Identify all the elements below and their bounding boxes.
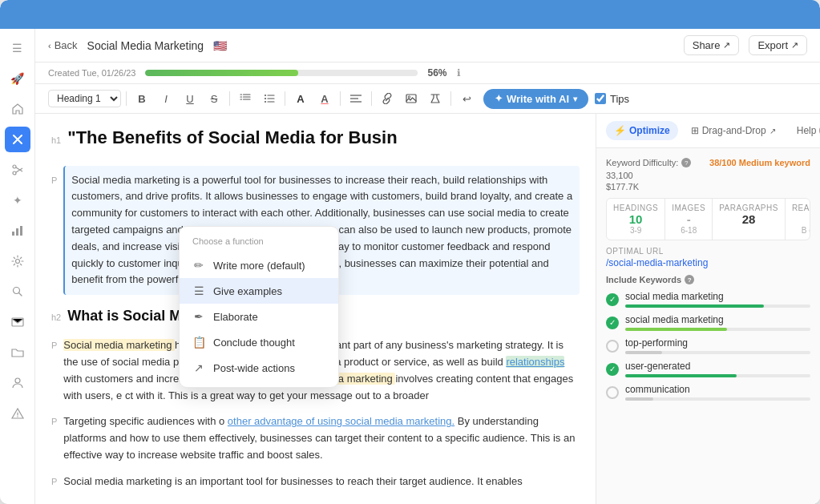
app-container: ☰ 🚀 ✦ (0, 0, 820, 504)
kd-value: 38/100 Medium keyword (709, 158, 810, 167)
underline-button[interactable]: U (180, 88, 200, 109)
optimize-label: Optimize (629, 125, 670, 136)
stat-headings-label: HEADINGS (613, 204, 658, 212)
image-button[interactable] (401, 88, 422, 109)
optimal-url-value[interactable]: /social-media-marketing (606, 257, 810, 268)
p1-label: P (51, 175, 57, 185)
tab-help[interactable]: Help ? (789, 120, 820, 141)
kw-block-1: social media marketing (625, 291, 810, 308)
p2-link-relationships[interactable]: relationships (506, 356, 564, 368)
doc-h1[interactable]: "The Benefits of Social Media for Busin (67, 127, 397, 150)
sidebar-icon-mail[interactable] (5, 309, 30, 335)
svg-point-5 (15, 260, 19, 264)
clean-format-button[interactable] (425, 88, 446, 109)
stat-images: IMAGES - 6-18 (665, 199, 713, 240)
p3-text-1: Targeting specific audiences with o (63, 415, 224, 427)
toolbar-divider-3 (285, 91, 285, 106)
sidebar-icon-chart[interactable] (5, 218, 30, 244)
write-ai-icon: ✦ (495, 93, 503, 104)
progress-row: Created Tue, 01/26/23 56% ℹ (35, 62, 820, 84)
sidebar-icon-home[interactable] (5, 96, 30, 122)
progress-info-icon[interactable]: ℹ (457, 67, 461, 79)
keywords-label-text: Include Keywords (606, 275, 681, 284)
share-button[interactable]: Share ↗ (684, 35, 740, 55)
right-panel: ⚡ Optimize ⊞ Drag-and-Drop ↗ Help ? (596, 114, 820, 504)
kw-block-2: social media marketing (625, 314, 810, 331)
toolbar: Heading 1 Heading 2 Paragraph B I U S A (35, 84, 820, 114)
keyword-item-4: ✓ user-generated (606, 361, 810, 377)
ai-menu-elaborate[interactable]: ✒ Elaborate (180, 304, 338, 329)
doc-p3[interactable]: Targeting specific audiences with o othe… (63, 413, 580, 463)
kd-info-icon: ? (681, 158, 691, 167)
right-panel-tabs: ⚡ Optimize ⊞ Drag-and-Drop ↗ Help ? (596, 114, 820, 148)
ai-menu-give-examples[interactable]: ☰ Give examples (180, 278, 338, 304)
sidebar-icon-menu[interactable]: ☰ (5, 35, 30, 61)
kw-empty-icon-3 (606, 340, 619, 353)
font-color-button[interactable]: A (290, 88, 311, 109)
strikethrough-button[interactable]: S (204, 88, 224, 109)
tips-toggle[interactable]: Tips (595, 93, 629, 105)
sidebar-icon-folder[interactable] (5, 340, 30, 365)
sidebar-icon-settings[interactable] (5, 248, 30, 274)
align-button[interactable] (345, 88, 366, 109)
tab-optimize[interactable]: ⚡ Optimize (606, 121, 678, 140)
unordered-list-button[interactable] (259, 88, 280, 109)
sidebar-icon-search[interactable] (5, 279, 30, 304)
tips-checkbox[interactable] (595, 93, 606, 104)
sidebar-icon-rocket[interactable]: 🚀 (5, 66, 30, 91)
main-layout: ☰ 🚀 ✦ (0, 29, 820, 504)
bold-button[interactable]: B (131, 88, 152, 109)
font-bg-button[interactable]: A (314, 88, 335, 109)
doc-p4[interactable]: Social media marketing is an important t… (63, 474, 522, 490)
kw-bar-fill-5 (625, 397, 653, 401)
kw-block-4: user-generated (625, 361, 810, 377)
give-examples-icon: ☰ (192, 284, 205, 297)
sidebar-icon-warning[interactable] (5, 401, 30, 426)
created-label: Created Tue, 01/26/23 (48, 68, 135, 78)
keywords-section-label: Include Keywords ? (606, 275, 810, 284)
stat-readability-value: C (792, 212, 810, 226)
sidebar-icon-user[interactable] (5, 370, 30, 396)
sidebar-icon-star[interactable]: ✦ (5, 187, 30, 213)
sidebar: ☰ 🚀 ✦ (0, 29, 35, 504)
stat-headings: HEADINGS 10 3-9 (607, 199, 665, 240)
progress-bar-fill (145, 70, 297, 76)
ordered-list-button[interactable] (235, 88, 256, 109)
p3-link[interactable]: other advantage of using social media ma… (228, 415, 454, 427)
kw-bar-fill-2 (625, 328, 727, 331)
ai-menu-write-more[interactable]: ✏ Write more (default) (180, 252, 338, 278)
heading-select[interactable]: Heading 1 Heading 2 Paragraph (48, 90, 121, 107)
h2-label: h2 (51, 312, 61, 322)
tab-drag-drop[interactable]: ⊞ Drag-and-Drop ↗ (683, 121, 784, 140)
kw-name-1: social media marketing (625, 291, 810, 302)
write-with-ai-button[interactable]: ✦ Write with AI ▾ (483, 89, 588, 109)
sidebar-icon-cross[interactable] (5, 127, 30, 152)
export-button[interactable]: Export ↗ (749, 35, 807, 55)
sidebar-icon-scissors[interactable] (5, 157, 30, 183)
top-bar (0, 0, 820, 29)
ai-menu-conclude[interactable]: 📋 Conclude thought (180, 329, 338, 355)
italic-button[interactable]: I (156, 88, 176, 109)
doc-body-layout: h1 "The Benefits of Social Media for Bus… (35, 114, 820, 504)
keyword-item-2: ✓ social media marketing (606, 314, 810, 331)
h1-container: h1 "The Benefits of Social Media for Bus… (51, 127, 580, 158)
write-more-label: Write more (default) (213, 260, 305, 272)
link-button[interactable] (377, 88, 398, 109)
back-button[interactable]: ‹ Back (48, 39, 78, 51)
p2-text-sm1: Social media marketing (63, 339, 175, 351)
kw-bar-fill-3 (625, 351, 662, 354)
kw-bar-fill-4 (625, 374, 737, 377)
doc-title: Social Media Marketing (87, 39, 204, 52)
svg-point-9 (17, 416, 18, 417)
h1-label: h1 (51, 135, 61, 145)
progress-percentage: 56% (427, 67, 446, 79)
ai-menu-post-wide[interactable]: ↗ Post-wide actions (180, 355, 338, 381)
p3-container: P Targeting specific audiences with o ot… (51, 413, 580, 463)
svg-point-8 (15, 378, 20, 383)
kw-bar-5 (625, 397, 810, 401)
p2-text-4: ct with it. This is a great way to get y… (125, 389, 429, 401)
ai-dropdown: Choose a function ✏ Write more (default)… (179, 226, 339, 388)
kd-row: Keyword Difficulty: ? 38/100 Medium keyw… (606, 158, 810, 167)
optimize-icon: ⚡ (614, 125, 626, 136)
undo-button[interactable]: ↩ (456, 88, 477, 109)
